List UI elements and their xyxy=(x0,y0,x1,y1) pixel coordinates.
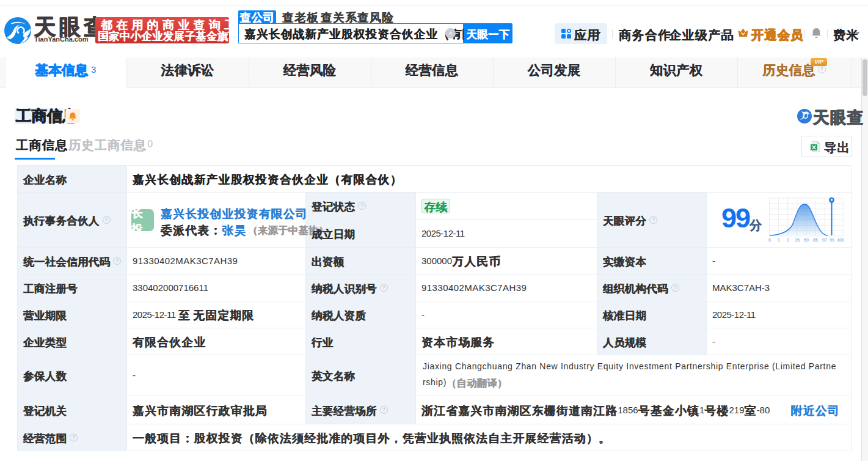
svg-text:99: 99 xyxy=(830,238,834,242)
svg-text:0: 0 xyxy=(768,238,771,242)
svg-text:85: 85 xyxy=(813,238,818,242)
svg-text:3: 3 xyxy=(787,238,789,242)
svg-text:50: 50 xyxy=(804,238,809,242)
svg-text:15: 15 xyxy=(795,238,800,242)
svg-text:97: 97 xyxy=(822,238,827,242)
svg-text:100: 100 xyxy=(837,238,844,242)
svg-text:1: 1 xyxy=(778,238,780,242)
